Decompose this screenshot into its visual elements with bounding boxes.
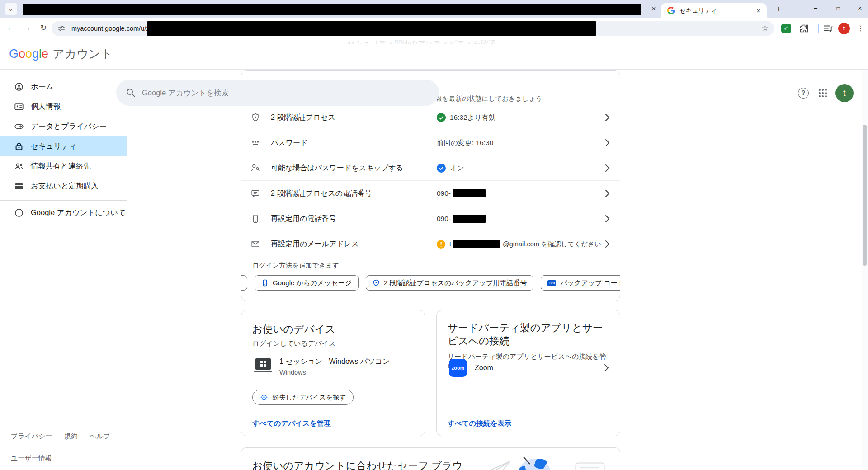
- google-account-logo[interactable]: Googleアカウント: [9, 39, 113, 70]
- media-list-icon[interactable]: [823, 23, 834, 34]
- apps-grid-icon[interactable]: [817, 88, 828, 99]
- chevron-right-icon: [605, 215, 610, 223]
- site-settings-icon[interactable]: [57, 24, 66, 33]
- password-dots-icon: [250, 138, 260, 148]
- toggle-icon: [14, 122, 24, 132]
- sidebar-item-label: 情報共有と連絡先: [31, 161, 90, 171]
- browser-menu-icon[interactable]: ⋮: [855, 18, 866, 39]
- devices-title: お使いのデバイス: [252, 322, 335, 336]
- sidebar-item-data-privacy[interactable]: データとプライバシー: [0, 117, 127, 136]
- logo-letter: G: [9, 47, 19, 61]
- chevron-right-icon: [605, 113, 610, 122]
- page-scrollbar[interactable]: ▲: [862, 39, 868, 470]
- chip-label: バックアップ コード: [560, 279, 620, 287]
- search-placeholder: Google アカウントを検索: [142, 80, 229, 106]
- terms-link[interactable]: 規約: [64, 432, 78, 441]
- sidebar-item-label: 個人情報: [31, 102, 61, 112]
- row-status: 16:32より有効: [450, 113, 496, 122]
- chip-google-message[interactable]: Google からのメッセージ: [255, 275, 359, 291]
- forward-icon[interactable]: →: [20, 18, 34, 39]
- row-2sv-phone[interactable]: 2 段階認証プロセスの電話番号 090-: [241, 181, 620, 206]
- url-redaction: [147, 21, 596, 36]
- back-icon[interactable]: ←: [4, 18, 18, 39]
- sidebar-item-label: Google アカウントについて: [31, 208, 126, 218]
- row-status: 090-: [437, 215, 451, 223]
- sidebar-item-home[interactable]: ホーム: [0, 77, 127, 97]
- tab1-close-icon[interactable]: ×: [649, 4, 658, 14]
- email-redaction: [453, 240, 500, 248]
- extensions-puzzle-icon[interactable]: [798, 23, 809, 34]
- sidebar-item-people-sharing[interactable]: 情報共有と連絡先: [0, 156, 127, 176]
- chip-backup-codes[interactable]: 123 バックアップ コード: [541, 275, 620, 291]
- row-password[interactable]: パスワード 前回の変更: 16:30: [241, 130, 620, 155]
- zoom-app-row[interactable]: Zoom: [475, 359, 493, 377]
- sidebar-item-security[interactable]: セキュリティ: [0, 136, 127, 156]
- url-bar[interactable]: myaccount.google.com/u/2 ☆: [52, 21, 774, 36]
- window-maximize-button[interactable]: □: [829, 0, 847, 17]
- shield-icon: [250, 113, 260, 122]
- tab-bar: ⌄ × セキュリティ × + − □ ×: [0, 0, 868, 18]
- chip-label: Google からのメッセージ: [273, 279, 352, 287]
- sidebar-item-payments[interactable]: お支払いと定期購入: [0, 176, 127, 196]
- row-label: 2 段階認証プロセスの電話番号: [271, 181, 372, 206]
- row-label: 再設定用のメールアドレス: [271, 231, 359, 257]
- extension-check-icon[interactable]: ✓: [781, 24, 791, 33]
- account-avatar[interactable]: t: [835, 84, 854, 102]
- privacy-link[interactable]: プライバシー: [11, 432, 52, 441]
- row-recovery-phone[interactable]: 再設定用の電話番号 090-: [241, 206, 620, 231]
- row-status: 前回の変更: 16:30: [437, 138, 493, 148]
- help-link[interactable]: ヘルプ: [90, 432, 110, 441]
- zoom-logo-icon: zoom: [449, 359, 467, 377]
- backup-codes-icon: 123: [547, 280, 556, 286]
- chip-partial[interactable]: [241, 275, 247, 291]
- account-search-input[interactable]: Google アカウントを検索: [116, 80, 439, 106]
- view-connections-link[interactable]: すべての接続を表示: [448, 419, 511, 428]
- manage-devices-link[interactable]: すべてのデバイスを管理: [252, 419, 331, 428]
- row-label: 2 段階認証プロセス: [271, 105, 335, 130]
- window-minimize-button[interactable]: −: [807, 0, 825, 17]
- row-status-prefix: t: [449, 240, 451, 248]
- third-party-card: サードパーティ製のアプリとサービスへの接続 サードパーティ製のアプリとサービスへ…: [436, 310, 620, 436]
- browser-avatar[interactable]: t: [838, 23, 850, 34]
- card-divider: [437, 410, 620, 410]
- tab-security[interactable]: セキュリティ ×: [661, 3, 767, 18]
- row-label: 可能な場合はパスワードをスキップする: [271, 155, 403, 181]
- row-label: 再設定用の電話番号: [271, 206, 336, 231]
- scrollbar-thumb[interactable]: [863, 125, 867, 266]
- sidebar-item-label: お支払いと定期購入: [31, 181, 99, 191]
- browser-toolbar: ← → ↻ myaccount.google.com/u/2 ☆ ✓ t ⋮: [0, 18, 868, 39]
- chip-label: 2 段階認証プロセスのバックアップ用電話番号: [384, 279, 527, 287]
- home-person-icon: [14, 82, 24, 92]
- find-device-button[interactable]: 紛失したデバイスを探す: [252, 390, 354, 405]
- help-icon[interactable]: ?: [798, 88, 809, 99]
- sidebar-item-about[interactable]: Google アカウントについて: [0, 203, 127, 223]
- row-2sv[interactable]: 2 段階認証プロセス 16:32より有効: [241, 105, 620, 130]
- id-card-icon: [14, 102, 24, 112]
- search-icon: [126, 88, 136, 98]
- add-method-chips: Google からのメッセージ 2 段階認証プロセスのバックアップ用電話番号 1…: [252, 275, 620, 291]
- bookmark-star-icon[interactable]: ☆: [762, 21, 769, 36]
- shield-icon: [373, 279, 380, 287]
- chevron-right-icon: [605, 240, 610, 248]
- row-status: 090-: [437, 189, 451, 197]
- session-title: 1 セッション - Windows パソコン: [279, 357, 390, 367]
- chevron-down-icon: ⌄: [9, 5, 14, 12]
- card-divider: [241, 410, 425, 410]
- row-skip-password[interactable]: 可能な場合はパスワードをスキップする オン: [241, 155, 620, 181]
- tab-redacted[interactable]: [23, 4, 641, 15]
- sidebar-item-personal-info[interactable]: 個人情報: [0, 97, 127, 117]
- window-close-button[interactable]: ×: [851, 0, 868, 17]
- phone-icon: [261, 279, 269, 287]
- sidebar-nav: ホーム 個人情報 データとプライバシー セキュリティ 情報共有と連絡先 お支払い…: [0, 70, 127, 223]
- new-tab-button[interactable]: +: [772, 2, 786, 16]
- windows-laptop-icon: [254, 358, 272, 374]
- reload-icon[interactable]: ↻: [36, 18, 51, 39]
- sidebar-divider: [0, 200, 127, 201]
- mail-icon: [250, 239, 260, 249]
- tab-search-button[interactable]: ⌄: [5, 3, 17, 15]
- tab2-close-icon[interactable]: ×: [754, 3, 763, 18]
- chip-backup-phone[interactable]: 2 段階認証プロセスのバックアップ用電話番号: [366, 275, 533, 291]
- add-methods-label: ログイン方法を追加できます: [252, 261, 339, 270]
- passkey-icon: [250, 163, 260, 173]
- row-recovery-email[interactable]: 再設定用のメールアドレス t@gmail.com を確認してください: [241, 231, 620, 257]
